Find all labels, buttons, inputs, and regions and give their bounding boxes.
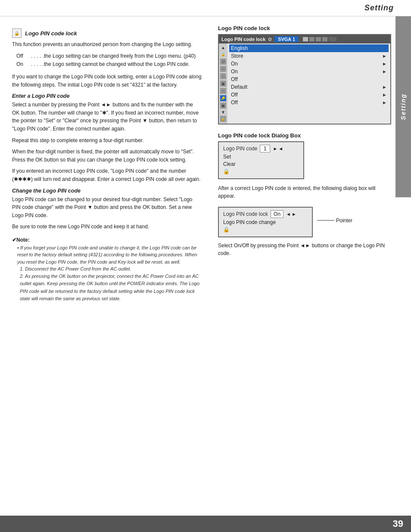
arrow-right-icon: ► [273, 146, 277, 151]
note-1: 1. Disconnect the AC Power Cord from the… [20, 265, 202, 273]
sidebar-item-6: □ [220, 88, 226, 94]
off-item: Off . . . . .the Logo setting can be cha… [16, 52, 202, 60]
menu-row-store: Store ► [229, 52, 389, 60]
page-number: 39 [393, 518, 403, 529]
menu-row-label-off3: Off [231, 100, 238, 106]
dialog-row-clear: Clear [223, 161, 299, 167]
caption-text-2: Select On/Off by pressing the Point ◄► b… [218, 242, 391, 257]
menu-row-label-off1: Off [231, 76, 238, 82]
sidebar-item-3: □ [220, 66, 226, 72]
arrow-on1: ► [382, 61, 387, 66]
dialog2-arrow-right: ► [292, 212, 296, 217]
dialog-pin-input: 1 [260, 145, 270, 152]
panel-title: Logo PIN code lock [218, 25, 391, 31]
sidebar-arrow-down: ▼ [221, 110, 225, 115]
dialog2-arrows: ◄ ► [286, 212, 296, 217]
footer-bar: 39 [0, 516, 411, 532]
menu-row-off-3: Off ► [229, 99, 389, 106]
menu-row-on-2: On ► [229, 68, 389, 75]
if-text: If you entered an incorrect Logo PIN cod… [12, 167, 202, 183]
menu-row-on-1: On ► [229, 60, 389, 68]
right-tab-label: Setting [400, 93, 407, 120]
arrow-default: ► [382, 84, 387, 90]
menu-row-label-on2: On [231, 68, 238, 75]
dialog2-icon: 🔒 [223, 227, 230, 233]
menu-topbar-icons [303, 37, 336, 41]
menu-row-label-off2: Off [231, 92, 238, 98]
topbar-icon-4 [322, 37, 327, 41]
change-text: Logo PIN code can be changed to your des… [12, 196, 202, 220]
off-on-list: Off . . . . .the Logo setting can be cha… [16, 52, 202, 68]
right-column: Logo PIN code lock Logo PIN code lock ✿ … [211, 16, 395, 516]
sidebar-item-2: ☑ [220, 59, 226, 65]
dialog-pin-label: Logo PIN code [223, 146, 257, 152]
section-header: 🔒 Logo PIN code lock [12, 28, 202, 38]
menu-items-list: English Store ► On ► On ► Of [227, 44, 390, 124]
menu-row-english: English [229, 44, 389, 52]
caption-text-1: After a correct Logo PIN code is entered… [218, 184, 391, 200]
dialog2-row2-label: Logo PIN code change [223, 219, 276, 225]
off-text: . . . . .the Logo setting can be changed… [31, 52, 202, 60]
arrow-on2: ► [382, 69, 387, 74]
sidebar-item-5: ▦ [220, 81, 226, 87]
pointer-label: Pointer [336, 218, 352, 224]
note-title: ✔Note: [12, 237, 202, 243]
pointer-annotation: Pointer [317, 218, 352, 224]
topbar-icon-2 [309, 37, 314, 41]
dialog2-row1-label: Logo PIN code lock [223, 211, 268, 217]
menu-row-label-on1: On [231, 61, 238, 67]
dialog2-row2: Logo PIN code change [223, 219, 308, 225]
repeat-text: Repeat this step to complete entering a … [12, 137, 202, 145]
lock-icon: 🔒 [12, 28, 22, 38]
on-label: On [16, 60, 29, 68]
dialog-arrows: ► ◄ [273, 146, 283, 151]
menu-body: ▲ 🔒 ☑ □ □ ▦ □ 🔑 ▦ ▼ 🔒 English [219, 44, 390, 124]
menu-topbar-mode: SVGA 1 [274, 36, 299, 42]
note-2: 2. As pressing the OK button on the proj… [20, 273, 202, 302]
header-bar: Setting [0, 0, 411, 16]
when-text: When the four-digit number is fixed, the… [12, 148, 202, 164]
dialog-box-1: Logo PIN code 1 ► ◄ Set Clear 🔒 [218, 141, 304, 179]
dialog2-arrow-left: ◄ [286, 212, 291, 217]
dialog2-row1-value: On [271, 210, 283, 218]
topbar-icon-3 [316, 37, 321, 41]
menu-topbar: Logo PIN code lock ✿ SVGA 1 [219, 35, 390, 44]
menu-panel: Logo PIN code lock ✿ SVGA 1 ▲ 🔒 ☑ [218, 34, 391, 124]
menu-row-label-english: English [231, 45, 248, 51]
on-text: . . . . .the Logo setting cannot be chan… [31, 60, 202, 68]
dialog2-row1: Logo PIN code lock On ◄ ► [223, 210, 308, 218]
dialog-row-icon: 🔒 [223, 168, 299, 174]
dialog-row-set: Set [223, 154, 299, 160]
sidebar-item-7: 🔑 [220, 95, 226, 101]
sidebar-arrow-up: ▲ [221, 45, 225, 50]
left-column: 🔒 Logo PIN code lock This function preve… [0, 16, 211, 516]
section-icon-label: Logo PIN code lock [25, 30, 77, 37]
be-sure-text: Be sure to note the new Logo PIN code an… [12, 223, 202, 231]
enter-text: Select a number by pressing the Point ◄►… [12, 101, 202, 133]
dialog-set-label: Set [223, 154, 231, 160]
dialog-clear-label: Clear [223, 161, 236, 167]
topbar-icon-5 [329, 37, 336, 41]
topbar-icon-1 [303, 37, 308, 41]
arrow-off3: ► [382, 100, 387, 105]
pointer-line [317, 220, 334, 221]
dialog-bottom-icon: 🔒 [223, 168, 230, 174]
dialog2-with-pointer: Logo PIN code lock On ◄ ► Logo PIN code … [218, 203, 391, 237]
para1-text: If you want to change the Logo PIN code … [12, 73, 202, 89]
arrow-store: ► [382, 53, 387, 59]
dialog-box-title: Logo PIN code lock Dialog Box [218, 132, 391, 139]
dialog-box-2: Logo PIN code lock On ◄ ► Logo PIN code … [218, 207, 313, 237]
note-bullet: • If you forget your Logo PIN code and u… [17, 244, 202, 266]
dialog-row-pin: Logo PIN code 1 ► ◄ [223, 145, 299, 152]
note-section: ✔Note: • If you forget your Logo PIN cod… [12, 237, 202, 302]
sidebar-item-8: ▦ [220, 103, 226, 109]
menu-row-label-store: Store [231, 53, 243, 59]
sidebar-item-4: □ [220, 73, 226, 79]
off-label: Off [16, 52, 29, 60]
enter-title: Enter a Logo PIN code [12, 93, 202, 99]
page-title: Setting [364, 3, 394, 12]
menu-sidebar: ▲ 🔒 ☑ □ □ ▦ □ 🔑 ▦ ▼ 🔒 [219, 44, 227, 124]
menu-row-label-default: Default [231, 84, 247, 90]
sidebar-item-1: 🔒 [220, 51, 226, 57]
sidebar-item-9: 🔒 [220, 116, 226, 122]
